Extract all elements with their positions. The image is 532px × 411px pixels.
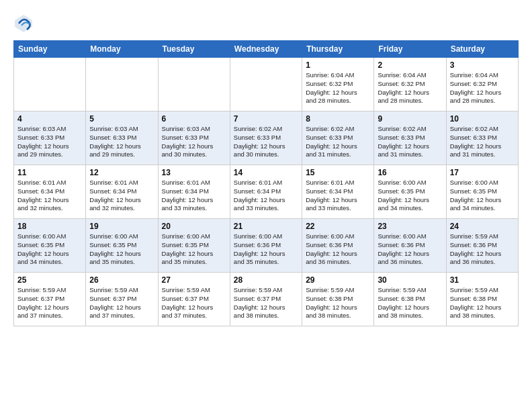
calendar-cell: 27Sunrise: 5:59 AM Sunset: 6:37 PM Dayli… <box>158 273 230 326</box>
day-number: 26 <box>89 275 154 285</box>
logo <box>13 13 36 34</box>
day-number: 5 <box>89 114 154 124</box>
calendar-cell: 4Sunrise: 6:03 AM Sunset: 6:33 PM Daylig… <box>14 111 86 165</box>
calendar-cell <box>230 58 302 111</box>
calendar-week-row: 4Sunrise: 6:03 AM Sunset: 6:33 PM Daylig… <box>14 111 519 165</box>
day-info: Sunrise: 6:03 AM Sunset: 6:33 PM Dayligh… <box>162 125 226 159</box>
weekday-header-sunday: Sunday <box>14 41 86 58</box>
day-number: 24 <box>450 222 515 231</box>
day-number: 10 <box>450 114 515 124</box>
day-number: 27 <box>162 275 226 285</box>
day-info: Sunrise: 6:00 AM Sunset: 6:35 PM Dayligh… <box>162 232 226 267</box>
day-info: Sunrise: 6:00 AM Sunset: 6:36 PM Dayligh… <box>378 232 442 267</box>
day-number: 3 <box>450 60 515 70</box>
calendar-cell: 11Sunrise: 6:01 AM Sunset: 6:34 PM Dayli… <box>14 165 86 219</box>
day-info: Sunrise: 6:01 AM Sunset: 6:34 PM Dayligh… <box>306 179 370 213</box>
day-number: 1 <box>306 60 370 70</box>
day-number: 15 <box>306 168 370 177</box>
day-info: Sunrise: 6:00 AM Sunset: 6:35 PM Dayligh… <box>17 232 82 267</box>
day-info: Sunrise: 5:59 AM Sunset: 6:36 PM Dayligh… <box>450 232 515 267</box>
day-number: 4 <box>17 114 82 124</box>
calendar-cell: 20Sunrise: 6:00 AM Sunset: 6:35 PM Dayli… <box>158 219 230 273</box>
page-header <box>13 13 519 34</box>
calendar-cell: 21Sunrise: 6:00 AM Sunset: 6:36 PM Dayli… <box>230 219 302 273</box>
day-number: 18 <box>17 222 82 231</box>
day-number: 22 <box>306 222 370 231</box>
day-number: 14 <box>234 168 298 177</box>
calendar-cell <box>14 58 86 111</box>
day-info: Sunrise: 6:00 AM Sunset: 6:35 PM Dayligh… <box>378 179 442 213</box>
day-info: Sunrise: 6:00 AM Sunset: 6:36 PM Dayligh… <box>234 232 298 267</box>
weekday-header-row: SundayMondayTuesdayWednesdayThursdayFrid… <box>14 41 519 58</box>
day-info: Sunrise: 6:03 AM Sunset: 6:33 PM Dayligh… <box>89 125 154 159</box>
day-number: 2 <box>378 60 442 70</box>
day-info: Sunrise: 5:59 AM Sunset: 6:37 PM Dayligh… <box>89 286 154 320</box>
day-number: 6 <box>162 114 226 124</box>
calendar-week-row: 18Sunrise: 6:00 AM Sunset: 6:35 PM Dayli… <box>14 219 519 273</box>
day-info: Sunrise: 6:00 AM Sunset: 6:35 PM Dayligh… <box>89 232 154 267</box>
calendar-cell: 29Sunrise: 5:59 AM Sunset: 6:38 PM Dayli… <box>302 273 374 326</box>
calendar-cell: 31Sunrise: 5:59 AM Sunset: 6:38 PM Dayli… <box>446 273 518 326</box>
day-number: 17 <box>450 168 515 177</box>
day-info: Sunrise: 6:03 AM Sunset: 6:33 PM Dayligh… <box>17 125 82 159</box>
calendar-cell: 17Sunrise: 6:00 AM Sunset: 6:35 PM Dayli… <box>446 165 518 219</box>
day-info: Sunrise: 6:00 AM Sunset: 6:35 PM Dayligh… <box>450 179 515 213</box>
calendar-cell: 16Sunrise: 6:00 AM Sunset: 6:35 PM Dayli… <box>374 165 446 219</box>
day-info: Sunrise: 6:02 AM Sunset: 6:33 PM Dayligh… <box>234 125 298 159</box>
day-number: 11 <box>17 168 82 177</box>
weekday-header-monday: Monday <box>86 41 158 58</box>
day-number: 30 <box>378 275 442 285</box>
weekday-header-wednesday: Wednesday <box>230 41 302 58</box>
day-number: 21 <box>234 222 298 231</box>
calendar-cell: 13Sunrise: 6:01 AM Sunset: 6:34 PM Dayli… <box>158 165 230 219</box>
day-number: 25 <box>17 275 82 285</box>
calendar-cell: 10Sunrise: 6:02 AM Sunset: 6:33 PM Dayli… <box>446 111 518 165</box>
day-info: Sunrise: 5:59 AM Sunset: 6:38 PM Dayligh… <box>450 286 515 320</box>
day-info: Sunrise: 6:01 AM Sunset: 6:34 PM Dayligh… <box>89 179 154 213</box>
calendar-cell: 15Sunrise: 6:01 AM Sunset: 6:34 PM Dayli… <box>302 165 374 219</box>
day-number: 29 <box>306 275 370 285</box>
day-number: 12 <box>89 168 154 177</box>
calendar-cell: 9Sunrise: 6:02 AM Sunset: 6:33 PM Daylig… <box>374 111 446 165</box>
calendar-week-row: 1Sunrise: 6:04 AM Sunset: 6:32 PM Daylig… <box>14 58 519 111</box>
calendar-cell: 25Sunrise: 5:59 AM Sunset: 6:37 PM Dayli… <box>14 273 86 326</box>
day-number: 16 <box>378 168 442 177</box>
day-info: Sunrise: 6:00 AM Sunset: 6:36 PM Dayligh… <box>306 232 370 267</box>
day-info: Sunrise: 6:01 AM Sunset: 6:34 PM Dayligh… <box>234 179 298 213</box>
calendar-cell: 14Sunrise: 6:01 AM Sunset: 6:34 PM Dayli… <box>230 165 302 219</box>
day-number: 19 <box>89 222 154 231</box>
calendar-cell: 8Sunrise: 6:02 AM Sunset: 6:33 PM Daylig… <box>302 111 374 165</box>
day-info: Sunrise: 6:04 AM Sunset: 6:32 PM Dayligh… <box>450 71 515 105</box>
day-info: Sunrise: 5:59 AM Sunset: 6:38 PM Dayligh… <box>378 286 442 320</box>
calendar-cell: 5Sunrise: 6:03 AM Sunset: 6:33 PM Daylig… <box>86 111 158 165</box>
day-number: 13 <box>162 168 226 177</box>
day-info: Sunrise: 6:04 AM Sunset: 6:32 PM Dayligh… <box>306 71 370 105</box>
calendar-cell: 18Sunrise: 6:00 AM Sunset: 6:35 PM Dayli… <box>14 219 86 273</box>
calendar-cell: 3Sunrise: 6:04 AM Sunset: 6:32 PM Daylig… <box>446 58 518 111</box>
calendar-week-row: 11Sunrise: 6:01 AM Sunset: 6:34 PM Dayli… <box>14 165 519 219</box>
day-number: 7 <box>234 114 298 124</box>
logo-icon <box>13 13 34 34</box>
day-info: Sunrise: 5:59 AM Sunset: 6:37 PM Dayligh… <box>162 286 226 320</box>
calendar-table: SundayMondayTuesdayWednesdayThursdayFrid… <box>13 40 519 326</box>
day-info: Sunrise: 5:59 AM Sunset: 6:37 PM Dayligh… <box>17 286 82 320</box>
day-number: 9 <box>378 114 442 124</box>
calendar-cell: 2Sunrise: 6:04 AM Sunset: 6:32 PM Daylig… <box>374 58 446 111</box>
day-info: Sunrise: 6:02 AM Sunset: 6:33 PM Dayligh… <box>450 125 515 159</box>
day-info: Sunrise: 5:59 AM Sunset: 6:37 PM Dayligh… <box>234 286 298 320</box>
day-info: Sunrise: 6:01 AM Sunset: 6:34 PM Dayligh… <box>162 179 226 213</box>
day-info: Sunrise: 6:01 AM Sunset: 6:34 PM Dayligh… <box>17 179 82 213</box>
day-number: 31 <box>450 275 515 285</box>
calendar-cell <box>158 58 230 111</box>
calendar-cell <box>86 58 158 111</box>
calendar-cell: 1Sunrise: 6:04 AM Sunset: 6:32 PM Daylig… <box>302 58 374 111</box>
calendar-cell: 12Sunrise: 6:01 AM Sunset: 6:34 PM Dayli… <box>86 165 158 219</box>
day-info: Sunrise: 6:02 AM Sunset: 6:33 PM Dayligh… <box>306 125 370 159</box>
calendar-cell: 24Sunrise: 5:59 AM Sunset: 6:36 PM Dayli… <box>446 219 518 273</box>
weekday-header-thursday: Thursday <box>302 41 374 58</box>
weekday-header-friday: Friday <box>374 41 446 58</box>
weekday-header-saturday: Saturday <box>446 41 518 58</box>
day-number: 8 <box>306 114 370 124</box>
day-number: 23 <box>378 222 442 231</box>
calendar-week-row: 25Sunrise: 5:59 AM Sunset: 6:37 PM Dayli… <box>14 273 519 326</box>
